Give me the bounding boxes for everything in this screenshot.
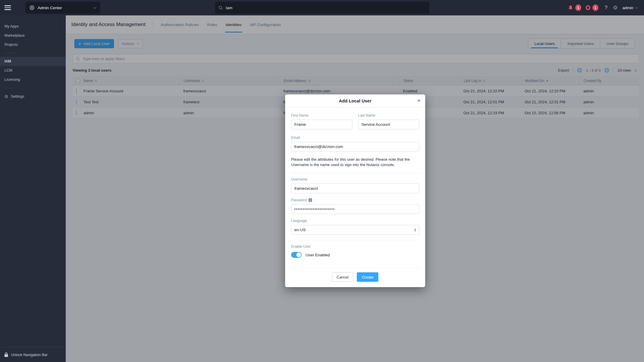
sidebar-item-licensing[interactable]: Licensing: [0, 75, 66, 84]
sidebar-settings-label: Settings: [11, 94, 24, 99]
password-label: Password: [291, 198, 307, 202]
lock-icon: [4, 353, 8, 357]
hamburger-menu-icon[interactable]: [4, 5, 11, 10]
add-local-user-modal: Add Local User × First Name Last Name Em…: [285, 94, 425, 287]
chevron-down-icon: [635, 6, 638, 8]
email-field[interactable]: [291, 142, 419, 152]
sidebar-item-lcm[interactable]: LCM: [0, 66, 66, 75]
modal-header: Add Local User ×: [285, 94, 425, 107]
language-value: en-US: [294, 228, 306, 232]
chevron-down-icon: [94, 6, 97, 9]
password-field[interactable]: [291, 204, 419, 214]
product-switcher-label: Admin Center: [38, 6, 62, 10]
language-select[interactable]: en-US: [291, 225, 419, 235]
modal-note: Please edit the attributes for this user…: [291, 157, 419, 167]
search-icon: [219, 6, 223, 10]
enable-user-label: Enable User: [291, 244, 419, 249]
nutanix-logo-icon: [30, 5, 34, 10]
divider: [291, 173, 419, 173]
gear-icon: ⚙: [4, 94, 8, 99]
username-label: Username: [291, 177, 419, 181]
modal-title: Add Local User: [339, 98, 371, 103]
sidebar-item-settings[interactable]: ⚙ Settings: [0, 92, 66, 101]
main-content: Identity and Access Management Authoriza…: [66, 15, 644, 362]
global-search[interactable]: [215, 2, 429, 14]
create-button[interactable]: Create: [357, 272, 378, 282]
first-name-label: First Name: [291, 113, 352, 118]
enable-user-text: User Enabled: [306, 253, 330, 257]
sidebar-divider: [4, 53, 16, 53]
settings-gear-icon[interactable]: ⚙: [613, 5, 618, 10]
sidebar-item-marketplace[interactable]: Marketplace: [0, 31, 66, 40]
global-search-input[interactable]: [226, 6, 426, 10]
language-label: Language: [291, 219, 419, 223]
notification-count-badge[interactable]: 1: [575, 4, 581, 11]
product-switcher[interactable]: Admin Center: [25, 2, 100, 14]
divider: [291, 240, 419, 240]
unlock-navigation-bar[interactable]: Unlock Navigation Bar: [0, 347, 66, 362]
bell-icon[interactable]: [568, 5, 573, 10]
cancel-button[interactable]: Cancel: [332, 272, 353, 282]
sidebar-item-projects[interactable]: Projects: [0, 40, 66, 49]
user-menu[interactable]: admin: [622, 6, 637, 10]
unlock-navigation-label: Unlock Navigation Bar: [11, 353, 48, 357]
first-name-field[interactable]: [291, 120, 352, 129]
sidebar-item-iam[interactable]: IAM: [0, 57, 66, 66]
last-name-field[interactable]: [358, 120, 420, 129]
email-label: Email: [291, 136, 419, 140]
updown-arrows-icon: [414, 229, 416, 231]
info-icon[interactable]: i: [309, 198, 312, 202]
help-icon[interactable]: ?: [605, 5, 608, 11]
alert-ring-icon[interactable]: [586, 5, 590, 10]
last-name-label: Last Name: [358, 113, 420, 118]
modal-footer: Cancel Create: [291, 268, 419, 287]
username-field[interactable]: [291, 184, 419, 193]
enable-user-toggle[interactable]: [291, 252, 302, 258]
topbar-actions: 1 1 ? ⚙ admin: [568, 0, 637, 15]
alert-count-badge[interactable]: 1: [592, 4, 598, 11]
sidebar-item-my-apps[interactable]: My Apps: [0, 22, 66, 31]
topbar: Admin Center 1 1 ? ⚙ admin: [0, 0, 644, 15]
sidebar: My Apps Marketplace Projects IAM LCM Lic…: [0, 15, 66, 362]
close-icon[interactable]: ×: [417, 97, 420, 105]
user-menu-label: admin: [622, 6, 633, 10]
sidebar-divider: [4, 88, 16, 88]
